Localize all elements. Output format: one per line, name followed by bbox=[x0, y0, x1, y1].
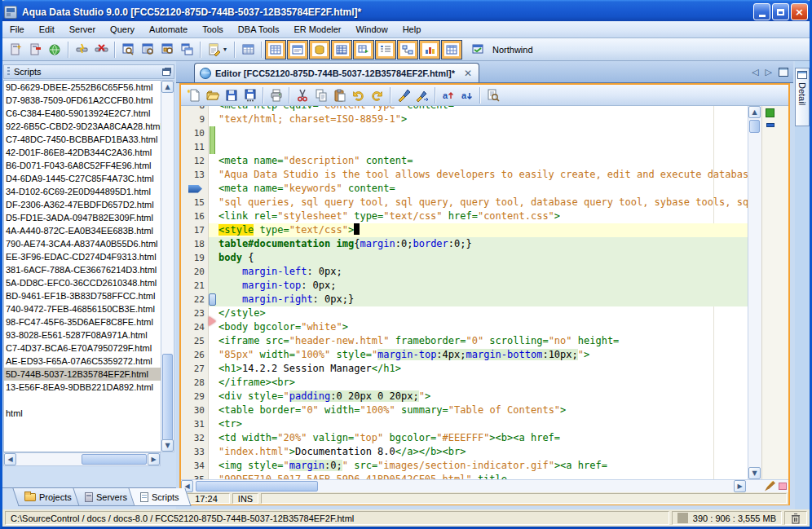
code-line-15[interactable]: 15"sql queries, sql query tool, sql quer… bbox=[181, 196, 788, 209]
paste-button[interactable] bbox=[330, 86, 349, 104]
code-line-20[interactable]: 20 margin-left: 0px; bbox=[181, 265, 788, 279]
code-line-13[interactable]: 13"Aqua Data Studio is the tool allows d… bbox=[181, 168, 788, 182]
script-file-item[interactable]: 740-9472-7FEB-46856150CB3E.html bbox=[4, 302, 161, 315]
register-server-button[interactable]: + bbox=[6, 40, 25, 60]
tab-list-icon[interactable] bbox=[779, 68, 788, 77]
undo-button[interactable] bbox=[349, 86, 368, 104]
code-line-34[interactable]: 34<img style="margin:0;" src="images/sec… bbox=[181, 459, 788, 473]
text-view-toggle[interactable] bbox=[375, 40, 396, 60]
tab-scripts[interactable]: Scripts bbox=[128, 488, 191, 506]
minimize-button[interactable] bbox=[753, 3, 770, 20]
title-bar[interactable]: Aqua Data Studio 9.0.0 [FCC52120-875D-74… bbox=[0, 0, 812, 24]
script-file-item[interactable]: DF-2306-A362-47EBDFD657D2.html bbox=[4, 198, 161, 211]
tab-scroll-left-icon[interactable]: ◁ bbox=[752, 67, 758, 77]
connection-name[interactable]: Northwind bbox=[492, 45, 533, 55]
script-file-item[interactable]: BD-9461-EF1B-3B83D758FFCC.html bbox=[4, 289, 161, 302]
connection-button[interactable] bbox=[468, 40, 488, 60]
float-panel-icon[interactable] bbox=[162, 68, 170, 76]
script-file-item[interactable]: C6-C384-E480-59013924E2C7.html bbox=[4, 107, 161, 120]
redo-button[interactable] bbox=[368, 86, 386, 104]
script-file-item[interactable]: 381-6ACF-788A-CE36676214D3.html bbox=[4, 263, 161, 276]
query-window-button[interactable] bbox=[138, 40, 157, 60]
menu-automate[interactable]: Automate bbox=[142, 22, 195, 37]
code-line-17[interactable]: 17<style type="text/css"> bbox=[181, 223, 788, 237]
menu-file[interactable]: File bbox=[2, 22, 32, 37]
format-options-button[interactable] bbox=[413, 86, 431, 104]
tab-detail[interactable]: Detail bbox=[795, 68, 810, 126]
script-file-item[interactable]: 5A-DD8C-EFC0-36CCD2610348.html bbox=[4, 276, 161, 289]
code-line-11[interactable]: 11 bbox=[181, 140, 788, 154]
scroll-right-icon[interactable]: ▶ bbox=[148, 453, 160, 465]
sync-grid-toggle[interactable] bbox=[353, 40, 374, 60]
script-file-item[interactable]: D7-9838-7509-0FD61A2CCFB0.html bbox=[4, 94, 161, 107]
script-file-item[interactable] bbox=[4, 394, 161, 407]
code-line-26[interactable]: 26"85px" width="100%" style="margin-top:… bbox=[181, 348, 788, 362]
bookmark-marker[interactable] bbox=[766, 123, 774, 127]
scroll-left-icon[interactable]: ◀ bbox=[4, 453, 16, 465]
menu-tools[interactable]: Tools bbox=[195, 22, 231, 37]
connect-server-button[interactable] bbox=[72, 40, 91, 60]
chart-view-toggle[interactable] bbox=[419, 40, 440, 60]
save-as-button[interactable] bbox=[241, 86, 259, 104]
overview-ruler[interactable] bbox=[761, 106, 788, 479]
script-file-item[interactable]: 93-8028-E561-5287F08A971A.html bbox=[4, 328, 161, 342]
script-file-item[interactable]: 790-AE74-3CA4-A8374A0B55D6.html bbox=[4, 237, 161, 250]
file-list-hscroll-thumb[interactable] bbox=[82, 454, 147, 465]
code-line-23[interactable]: 23</style> bbox=[181, 306, 788, 320]
editor-tab[interactable]: Editor [FCC52120-875D-744B-5037-12B35784… bbox=[194, 63, 479, 82]
scroll-right-icon[interactable]: ▶ bbox=[734, 480, 746, 492]
editor-vscrollbar[interactable]: ▲ ▼ bbox=[748, 106, 761, 479]
script-file-item[interactable]: 42-D01F-86E8-42DB344C2A36.html bbox=[4, 146, 161, 159]
code-line-14[interactable]: <meta name="keywords" content= bbox=[181, 182, 788, 196]
copy-button[interactable] bbox=[311, 86, 330, 104]
script-file-item[interactable] bbox=[4, 420, 161, 433]
gc-trash-button[interactable] bbox=[784, 511, 807, 525]
code-line-10[interactable]: 10 bbox=[181, 126, 788, 140]
code-line-30[interactable]: 30<table border="0" width="100%" summary… bbox=[181, 403, 788, 417]
script-file-item[interactable]: EE-3F96-EDAC-CD274D4F9313.html bbox=[4, 250, 161, 263]
server-properties-button[interactable] bbox=[45, 40, 64, 60]
save-button[interactable] bbox=[222, 86, 241, 104]
code-line-9[interactable]: 9"text/html; charset=ISO-8859-1"> bbox=[181, 112, 788, 126]
script-file-item[interactable]: 922-6B5C-CBD2-9D23AA8CAA28.html bbox=[4, 120, 161, 133]
grid-results-toggle[interactable] bbox=[265, 40, 286, 60]
script-file-item[interactable]: 13-E56F-8EA9-9DBB221DA892.html bbox=[4, 381, 161, 394]
code-line-27[interactable]: 27<h1>14.2.2 Session Manager</h1> bbox=[181, 362, 788, 376]
script-file-item[interactable] bbox=[4, 433, 161, 446]
table-grid-toggle[interactable] bbox=[331, 40, 352, 60]
open-file-button[interactable] bbox=[203, 86, 222, 104]
script-file-item[interactable]: D4-6DA9-1445-C27C85F4A73C.html bbox=[4, 172, 161, 185]
code-line-29[interactable]: 29<div style="padding:0 20px 0 20px;"> bbox=[181, 390, 788, 403]
code-line-28[interactable]: 28</iframe><br> bbox=[181, 376, 788, 390]
scroll-up-icon[interactable]: ▲ bbox=[161, 81, 174, 93]
script-file-item[interactable]: D5-FD1E-3ADA-0947B82E309F.html bbox=[4, 211, 161, 224]
editor-vscroll-thumb[interactable] bbox=[749, 120, 760, 133]
menu-query[interactable]: Query bbox=[103, 22, 142, 37]
script-file-item[interactable]: 98-FC47-45F6-35D6AEF8C8FE.html bbox=[4, 315, 161, 328]
script-file-item[interactable] bbox=[4, 446, 161, 452]
tab-projects[interactable]: Projects bbox=[12, 488, 83, 506]
close-button[interactable]: × bbox=[791, 3, 808, 20]
script-file-item[interactable]: html bbox=[4, 407, 161, 420]
code-line-18[interactable]: 18table#documentation img{margin:0;borde… bbox=[181, 237, 788, 251]
code-line-25[interactable]: 25<iframe src="header-new.html" framebor… bbox=[181, 334, 788, 348]
code-line-21[interactable]: 21 margin-top: 0px; bbox=[181, 279, 788, 293]
script-file-item[interactable]: C7-48DC-7450-BCBBAFD1BA33.html bbox=[4, 133, 161, 146]
script-file-item[interactable]: 4A-A440-872C-EA0B34EE683B.html bbox=[4, 224, 161, 237]
query-analyzer-button[interactable] bbox=[118, 40, 138, 60]
relationships-toggle[interactable] bbox=[397, 40, 418, 60]
file-list-vscrollbar[interactable]: ▲ ▼ bbox=[161, 80, 174, 452]
tab-scroll-right-icon[interactable]: ▷ bbox=[766, 67, 772, 77]
code-line-35[interactable]: 35"99DEE710-5017-5AFB-59D6-41BD0542CF05.… bbox=[181, 473, 788, 479]
file-list-vscroll-thumb[interactable] bbox=[162, 354, 173, 443]
grid-view-toggle[interactable] bbox=[441, 40, 462, 60]
editor-hscroll-thumb[interactable] bbox=[196, 481, 318, 492]
scroll-up-icon[interactable]: ▲ bbox=[748, 106, 761, 118]
automation-dropdown-caret[interactable]: ▾ bbox=[223, 46, 231, 53]
script-file-item[interactable]: AE-ED93-F65A-07A6C5359272.html bbox=[4, 355, 161, 368]
menu-help[interactable]: Help bbox=[395, 22, 429, 37]
cut-button[interactable] bbox=[293, 86, 311, 104]
script-file-item[interactable]: B6-D071-F043-6A8C52FF4E96.html bbox=[4, 159, 161, 172]
schema-browser-button[interactable] bbox=[157, 40, 177, 60]
tab-close-icon[interactable]: ✕ bbox=[464, 68, 472, 79]
